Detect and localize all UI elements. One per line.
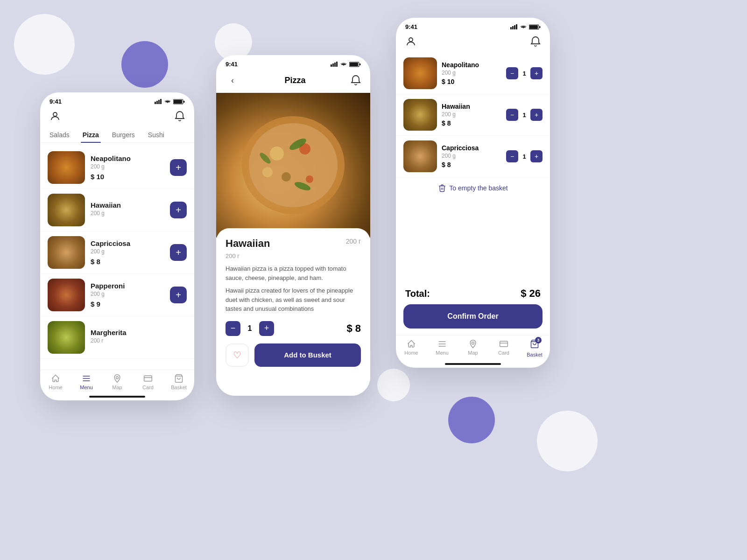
hawaiian-info: Hawaiian 200 g (91, 201, 164, 219)
home-indicator-1 (89, 396, 145, 398)
detail-desc2: Hawaii pizza created for lovers of the p… (226, 286, 361, 314)
menu-item-capricciosa[interactable]: Capricciosa 200 g $ 8 + (40, 231, 194, 274)
nav-basket-label-1: Basket (171, 385, 187, 390)
deco-circle-white-br (537, 411, 598, 471)
detail-title: Pizza (284, 76, 305, 85)
basket-capricciosa-plus[interactable]: + (530, 150, 543, 162)
svg-point-7 (53, 112, 57, 116)
svg-rect-21 (359, 63, 361, 65)
svg-rect-1 (156, 101, 158, 104)
basket-item-hawaiian[interactable]: Hawaiian 200 g $ 8 − 1 + (396, 94, 550, 136)
nav-map-3[interactable]: Map (458, 339, 488, 357)
bell-icon-3[interactable] (530, 36, 541, 47)
tab-salads[interactable]: Salads (48, 127, 71, 142)
basket-capricciosa-qty-num: 1 (521, 153, 528, 160)
pizza-detail-card: Hawaiian 200 г 200 г Hawaiian pizza is a… (216, 228, 370, 396)
nav-menu-1[interactable]: Menu (71, 374, 102, 390)
add-neapolitano-btn[interactable]: + (170, 159, 187, 176)
basket-capricciosa-qty: − 1 + (506, 150, 543, 162)
wifi-icon-2 (340, 62, 347, 67)
nav-basket-1[interactable]: Basket (163, 374, 194, 390)
basket-item-neapolitano[interactable]: Neapolitano 200 g $ 10 − 1 + (396, 53, 550, 94)
phone-menu: 9:41 Salads Pizza Burgers Sushi Neapolit… (40, 92, 194, 400)
nav-home-1[interactable]: Home (40, 374, 71, 390)
nav-card-1[interactable]: Card (133, 374, 163, 390)
add-capricciosa-btn[interactable]: + (170, 244, 187, 261)
svg-rect-20 (350, 63, 358, 66)
capricciosa-image (48, 236, 85, 269)
detail-weight: 200 г (346, 238, 361, 245)
deco-circle-purple-top (121, 41, 168, 88)
svg-point-28 (262, 167, 273, 177)
margherita-info: Margherita 200 r (91, 329, 187, 347)
menu-item-hawaiian[interactable]: Hawaiian 200 g + (40, 189, 194, 231)
back-button[interactable]: ‹ (226, 73, 240, 87)
add-to-basket-btn[interactable]: Add to Busket (254, 343, 361, 367)
basket-neapolitano-weight: 200 g (442, 70, 501, 76)
signal-icon-1 (155, 99, 162, 104)
tab-burgers[interactable]: Burgers (110, 127, 137, 142)
basket-list: Neapolitano 200 g $ 10 − 1 + Hawaiian 20… (396, 53, 550, 280)
bell-icon-2[interactable] (351, 75, 361, 86)
neapolitano-price: $ 10 (91, 173, 164, 181)
menu-item-margherita[interactable]: Margherita 200 r (40, 316, 194, 359)
basket-hawaiian-price: $ 8 (442, 119, 501, 127)
qty-plus-btn[interactable]: + (259, 321, 274, 336)
status-icons-1 (155, 99, 185, 105)
svg-rect-17 (334, 63, 336, 67)
home-icon-3 (407, 339, 416, 349)
nav-map-label-3: Map (468, 350, 478, 356)
nav-home-3[interactable]: Home (396, 339, 427, 357)
menu-icon-3 (437, 339, 447, 349)
phone-detail: 9:41 ‹ Pizza Hawai (216, 55, 370, 396)
nav-home-label-1: Home (49, 385, 62, 390)
nav-map-1[interactable]: Map (102, 374, 133, 390)
profile-icon-1[interactable] (49, 111, 61, 122)
nav-menu-3[interactable]: Menu (427, 339, 458, 357)
add-papperoni-btn[interactable]: + (170, 287, 187, 303)
nav-map-label-1: Map (112, 385, 122, 390)
svg-point-23 (249, 123, 338, 207)
qty-minus-btn[interactable]: − (226, 321, 240, 336)
basket-neapolitano-info: Neapolitano 200 g $ 10 (442, 61, 501, 85)
pizza-illustration (230, 107, 356, 224)
tab-sushi[interactable]: Sushi (146, 127, 166, 142)
menu-item-neapolitano[interactable]: Neapolitano 200 g $ 10 + (40, 147, 194, 189)
status-bar-1: 9:41 (40, 92, 194, 107)
basket-item-capricciosa[interactable]: Capricciosa 200 g $ 8 − 1 + (396, 136, 550, 177)
capricciosa-weight: 200 g (91, 248, 164, 255)
signal-icon-2 (331, 62, 338, 67)
empty-basket-btn[interactable]: To empty the basket (396, 177, 550, 199)
quantity-row: − 1 + $ 8 (226, 321, 361, 336)
confirm-order-btn[interactable]: Confirm Order (403, 304, 543, 329)
basket-hawaiian-img (403, 99, 437, 131)
basket-hawaiian-weight: 200 g (442, 111, 501, 118)
nav-card-3[interactable]: Card (488, 339, 519, 357)
basket-capricciosa-minus[interactable]: − (506, 150, 518, 162)
basket-neapolitano-plus[interactable]: + (530, 67, 543, 79)
menu-item-papperoni[interactable]: Papperoni 200 g $ 9 + (40, 274, 194, 316)
neapolitano-name: Neapolitano (91, 154, 164, 162)
basket-hawaiian-minus[interactable]: − (506, 109, 518, 121)
qty-controls: − 1 + (226, 321, 274, 336)
phone3-header (396, 32, 550, 53)
menu-list: Neapolitano 200 g $ 10 + Hawaiian 200 g … (40, 143, 194, 370)
detail-price: $ 8 (346, 322, 361, 335)
nav-basket-3[interactable]: 3 Basket (519, 339, 550, 357)
detail-header: Hawaiian 200 г (226, 238, 361, 250)
basket-neapolitano-minus[interactable]: − (506, 67, 518, 79)
action-row: ♡ Add to Busket (226, 343, 361, 367)
nav-card-label-1: Card (142, 385, 154, 390)
capricciosa-price: $ 8 (91, 258, 164, 266)
profile-icon-3[interactable] (405, 36, 416, 47)
basket-hawaiian-info: Hawaiian 200 g $ 8 (442, 103, 501, 127)
basket-hawaiian-plus[interactable]: + (530, 109, 543, 121)
status-icons-2 (331, 62, 361, 67)
trash-icon (438, 184, 446, 192)
bell-icon-1[interactable] (175, 111, 185, 122)
tab-pizza[interactable]: Pizza (81, 127, 101, 142)
favorite-btn[interactable]: ♡ (226, 343, 249, 367)
add-hawaiian-btn[interactable]: + (170, 202, 187, 218)
svg-rect-5 (174, 100, 182, 104)
svg-rect-18 (336, 62, 338, 67)
